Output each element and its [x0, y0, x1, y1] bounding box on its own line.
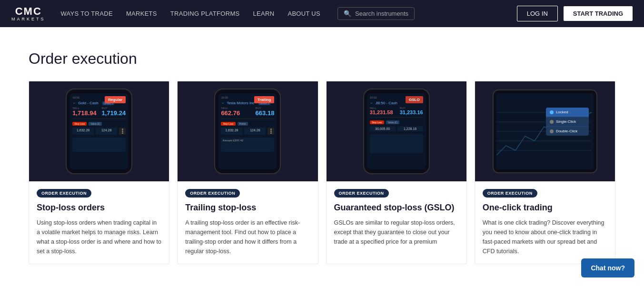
- phone-prices-3: SELL 31,231.58 BUY 31,233.16: [370, 107, 423, 115]
- trailing-badge: Trailing: [254, 96, 274, 103]
- nav-learn[interactable]: LEARN: [253, 10, 275, 17]
- card-body-1: ORDER EXECUTION Stop-loss orders Using s…: [29, 181, 169, 264]
- stop-loss-row-1: Stop Loss Value (£) Regular: [72, 122, 126, 126]
- nav-actions: LOG IN START TRADING: [517, 6, 633, 21]
- card-body-4: ORDER EXECUTION One-click trading What i…: [475, 181, 615, 264]
- nav-ways-to-trade[interactable]: WAYS TO TRADE: [61, 10, 113, 17]
- tablet-mockup: Locked Single-Click Double-Click: [493, 89, 597, 173]
- phone-mockup-3: 10:02▪▪▪ ← JB:50 - Cash SELL 31,231.58: [363, 89, 430, 174]
- logo-text-bottom: MARKETS: [11, 17, 46, 21]
- search-placeholder: Search instruments: [355, 10, 408, 17]
- nav-trading-platforms[interactable]: TRADING PLATFORMS: [170, 10, 240, 17]
- input-row-1: 1,632.28 124.28: [72, 128, 126, 135]
- card-desc-3: GSLOs are similar to regular stop-loss o…: [334, 218, 459, 256]
- single-click-icon: [550, 120, 554, 124]
- login-button[interactable]: LOG IN: [517, 6, 558, 21]
- card-body-2: ORDER EXECUTION Trailing stop-loss A tra…: [178, 181, 317, 264]
- card-body-3: ORDER EXECUTION Guaranteed stop-loss (GS…: [327, 181, 466, 264]
- card-desc-1: Using stop-loss orders when trading capi…: [37, 218, 161, 256]
- card-desc-4: What is one click trading? Discover ever…: [483, 218, 607, 256]
- menu-item-locked: Locked: [546, 108, 589, 117]
- nav-about-us[interactable]: ABOUT US: [287, 10, 320, 17]
- card-image-4: Locked Single-Click Double-Click: [475, 81, 615, 181]
- phone-screen-2: 10:02▪▪▪ ← Tesla Motors Inc LEVEL 1 SELL…: [218, 93, 277, 169]
- card-title-2: Trailing stop-loss: [185, 202, 310, 213]
- phone-screen-1: 10:02▪▪▪ ← Gold - Cash LEVEL 1 SELL 1,71…: [69, 93, 129, 169]
- card-gslo: 10:02▪▪▪ ← JB:50 - Cash SELL 31,231.58: [326, 81, 467, 264]
- gslo-badge: GSLO: [406, 96, 423, 103]
- logo-text-top: CMC: [15, 6, 42, 17]
- start-trading-button[interactable]: START TRADING: [564, 6, 633, 21]
- one-click-menu: Locked Single-Click Double-Click: [546, 108, 589, 136]
- phone-prices-1: SELL 1,718.94 BUY 1,719.24: [72, 107, 126, 117]
- section-title: Order execution: [29, 50, 615, 68]
- phone-mockup-1: 10:02▪▪▪ ← Gold - Cash LEVEL 1 SELL 1,71…: [66, 89, 132, 174]
- search-box[interactable]: 🔍 Search instruments: [337, 7, 415, 20]
- stop-loss-row-2: Stop Loss Points Trailing: [221, 122, 274, 126]
- tablet-screen: Locked Single-Click Double-Click: [496, 93, 594, 169]
- regular-badge: Regular: [105, 96, 126, 103]
- card-stop-loss: 10:02▪▪▪ ← Gold - Cash LEVEL 1 SELL 1,71…: [29, 81, 169, 264]
- phone-screen-3: 10:02▪▪▪ ← JB:50 - Cash SELL 31,231.58: [367, 93, 426, 169]
- card-image-3: 10:02▪▪▪ ← JB:50 - Cash SELL 31,231.58: [327, 81, 466, 181]
- card-trailing-stop: 10:02▪▪▪ ← Tesla Motors Inc LEVEL 1 SELL…: [177, 81, 318, 264]
- menu-item-double-click: Double-Click: [546, 127, 589, 136]
- nav-markets[interactable]: MARKETS: [126, 10, 157, 17]
- card-title-4: One-click trading: [483, 202, 607, 213]
- card-one-click: Locked Single-Click Double-Click: [475, 81, 615, 264]
- card-tag-2: ORDER EXECUTION: [185, 189, 240, 198]
- card-tag-1: ORDER EXECUTION: [37, 189, 91, 198]
- card-desc-2: A trailing stop-loss order is an effecti…: [185, 218, 310, 256]
- navigation: CMC MARKETS WAYS TO TRADE MARKETS TRADIN…: [0, 0, 644, 27]
- input-row-3: 30,005.00 1,228.16: [370, 126, 423, 131]
- cards-grid: 10:02▪▪▪ ← Gold - Cash LEVEL 1 SELL 1,71…: [29, 81, 615, 264]
- input-row-2: 1,632.28 124.28: [221, 128, 274, 135]
- phone-prices-2: SELL 662.76 BUY 663.18: [221, 107, 274, 117]
- card-image-2: 10:02▪▪▪ ← Tesla Motors Inc LEVEL 1 SELL…: [178, 81, 317, 181]
- card-image-1: 10:02▪▪▪ ← Gold - Cash LEVEL 1 SELL 1,71…: [29, 81, 169, 181]
- menu-item-single-click: Single-Click: [546, 117, 589, 127]
- nav-links: WAYS TO TRADE MARKETS TRADING PLATFORMS …: [61, 7, 509, 20]
- card-tag-4: ORDER EXECUTION: [483, 189, 537, 198]
- stop-loss-row-3: Stop Loss Value (£) GSLO: [370, 120, 423, 124]
- logo[interactable]: CMC MARKETS: [11, 6, 46, 21]
- lock-icon: [550, 110, 554, 114]
- phone-mockup-2: 10:02▪▪▪ ← Tesla Motors Inc LEVEL 1 SELL…: [214, 89, 281, 174]
- card-title-1: Stop-loss orders: [37, 202, 161, 213]
- card-tag-3: ORDER EXECUTION: [334, 189, 389, 198]
- page-content: Order execution 10:02▪▪▪ ← Gold - Cash L…: [0, 27, 644, 283]
- chat-now-button[interactable]: Chat now?: [581, 258, 634, 277]
- double-click-icon: [550, 129, 554, 133]
- search-icon: 🔍: [344, 10, 351, 17]
- card-title-3: Guaranteed stop-loss (GSLO): [334, 202, 459, 213]
